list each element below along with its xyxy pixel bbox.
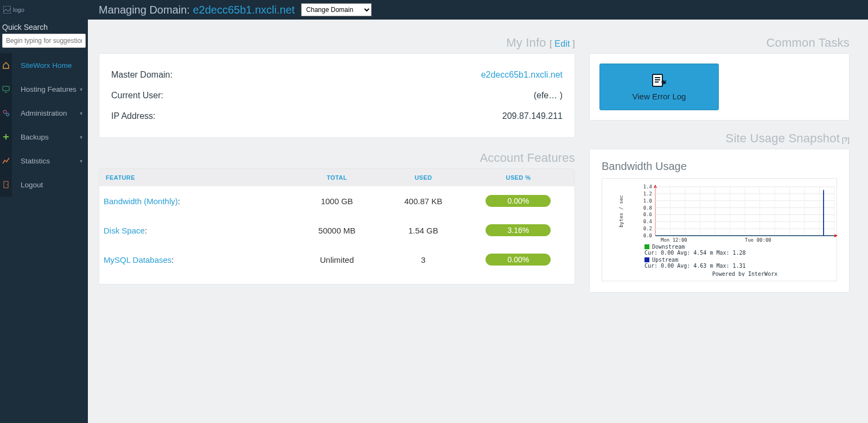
svg-point-4 [7,113,9,116]
logo: logo [0,0,88,20]
topbar: logo Managing Domain: e2decc65b1.nxcli.n… [0,0,868,20]
svg-text:Upstream: Upstream [652,257,678,263]
cogs-icon [0,101,12,125]
svg-rect-5 [4,181,8,188]
chevron-down-icon: ▾ [80,110,82,116]
quick-search-label: Quick Search [0,20,88,34]
ip-address-row: IP Address: 209.87.149.211 [111,106,563,127]
svg-text:0.0: 0.0 [643,233,652,238]
feature-link[interactable]: MySQL Databases [104,255,171,264]
master-domain-link[interactable]: e2decc65b1.nxcli.net [481,70,563,79]
svg-rect-54 [644,257,649,262]
monitor-icon [0,77,12,101]
svg-text:1.2: 1.2 [643,191,652,197]
managing-domain-value[interactable]: e2decc65b1.nxcli.net [193,4,295,16]
quick-search-input[interactable] [2,34,86,48]
nav-item-logout[interactable]: Logout [0,173,88,197]
nav-item-backups[interactable]: Backups▾ [0,125,88,149]
current-user-row: Current User: (efe… ) [111,85,563,106]
chevron-down-icon: ▾ [80,86,82,92]
common-tasks-title: Common Tasks [589,36,850,50]
svg-rect-1 [3,86,9,91]
site-usage-snapshot-title: Site Usage Snapshot[?] [589,131,850,146]
current-user-value: (efe… ) [534,91,563,100]
home-icon [0,53,12,77]
my-info-panel: Master Domain: e2decc65b1.nxcli.net Curr… [99,53,575,138]
ip-address-value: 209.87.149.211 [502,111,563,121]
svg-text:0.4: 0.4 [643,219,652,224]
nav-label: Backups [21,133,80,141]
change-domain-select[interactable]: Change Domain [301,3,372,16]
feature-used-pct: 3.16% [486,224,551,236]
account-features-title: Account Features [99,151,575,165]
feature-total: 1000 GB [293,197,380,206]
help-icon[interactable]: [?] [842,136,850,144]
feature-used-pct: 0.00% [486,195,551,207]
nav-item-administration[interactable]: Administration▾ [0,101,88,125]
svg-text:1.4: 1.4 [643,184,652,190]
nav: SiteWorx HomeHosting Features▾Administra… [0,53,88,197]
feature-row: Bandwidth (Monthly):1000 GB400.87 KB0.00… [99,186,575,216]
nav-item-statistics[interactable]: Statistics▾ [0,149,88,173]
features-header: FEATURE TOTAL USED USED % [99,169,575,186]
feature-used: 1.54 GB [380,226,467,235]
chevron-down-icon: ▾ [80,158,82,164]
document-icon [651,73,667,87]
svg-text:0.6: 0.6 [643,212,652,217]
nav-label: Hosting Features [21,85,80,93]
site-usage-snapshot-panel: Bandwidth Usage 0.00.20.40.60.81.01.21.4… [589,149,850,293]
svg-text:Mon 12:00: Mon 12:00 [661,237,687,243]
svg-text:0.2: 0.2 [643,226,652,231]
master-domain-row: Master Domain: e2decc65b1.nxcli.net [111,65,563,85]
svg-point-3 [3,110,7,113]
svg-text:bytes / sec: bytes / sec [618,195,624,228]
bandwidth-usage-title: Bandwidth Usage [602,160,837,173]
feature-link[interactable]: Bandwidth (Monthly) [104,197,178,206]
feature-row: MySQL Databases:Unlimited30.00% [99,245,575,274]
feature-row: Disk Space:50000 MB1.54 GB3.16% [99,216,575,245]
feature-used-pct: 0.00% [486,254,551,266]
svg-text:Cur:   0.00    Avg:   4.54 m  : Cur: 0.00 Avg: 4.54 m Max: 1.28 [644,250,746,256]
svg-text:Powered by InterWorx: Powered by InterWorx [712,271,777,276]
my-info-title: My Info [ Edit ] [99,36,575,50]
nav-label: Statistics [21,157,80,165]
door-icon [0,173,12,197]
chevron-down-icon: ▾ [80,134,82,140]
content: My Info [ Edit ] Master Domain: e2decc65… [88,20,868,423]
sidebar: Quick Search SiteWorx HomeHosting Featur… [0,20,88,423]
feature-total: 50000 MB [293,226,380,235]
svg-text:Cur:   0.00    Avg:   4.63 m  : Cur: 0.00 Avg: 4.63 m Max: 1.31 [644,263,746,269]
nav-label: SiteWorx Home [21,61,82,70]
managing-domain-label: Managing Domain: e2decc65b1.nxcli.net [99,4,295,16]
svg-text:Tue 00:00: Tue 00:00 [745,237,771,243]
bandwidth-chart: 0.00.20.40.60.81.01.21.4bytes / secMon 1… [602,178,837,281]
svg-text:1.0: 1.0 [643,198,652,204]
svg-marker-14 [834,234,838,237]
image-icon [3,6,11,14]
common-tasks-panel: View Error Log [589,53,850,121]
nav-item-siteworx-home[interactable]: SiteWorx Home [0,53,88,77]
view-error-log-button[interactable]: View Error Log [599,64,719,110]
svg-point-6 [7,184,8,185]
svg-text:Downstream: Downstream [652,244,685,250]
nav-item-hosting-features[interactable]: Hosting Features▾ [0,77,88,101]
logo-alt-text: logo [13,7,24,13]
view-error-log-label: View Error Log [633,92,686,101]
account-features-panel: FEATURE TOTAL USED USED % Bandwidth (Mon… [99,168,575,285]
svg-text:0.8: 0.8 [643,205,652,211]
edit-link[interactable]: Edit [554,39,570,48]
svg-rect-51 [644,244,649,249]
nav-label: Logout [21,181,82,189]
feature-link[interactable]: Disk Space [104,226,145,235]
nav-label: Administration [21,109,80,117]
feature-total: Unlimited [293,255,380,264]
plus-icon [0,125,12,149]
chart-icon [0,149,12,173]
feature-used: 400.87 KB [380,197,467,206]
feature-used: 3 [380,255,467,264]
